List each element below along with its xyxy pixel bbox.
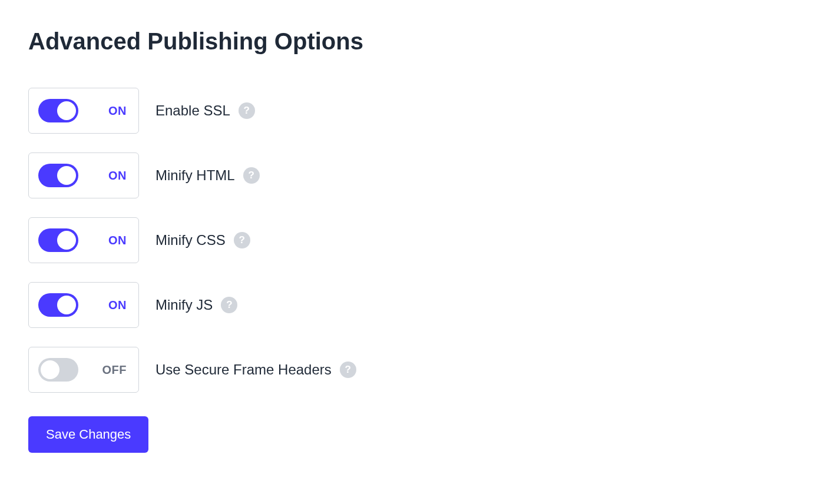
help-icon[interactable]: ? bbox=[243, 167, 260, 184]
option-label: Minify CSS bbox=[155, 232, 226, 248]
option-row-secure-frame-headers: OFF Use Secure Frame Headers ? bbox=[28, 347, 793, 393]
toggle-knob bbox=[57, 166, 76, 185]
option-label: Use Secure Frame Headers bbox=[155, 362, 332, 378]
help-icon[interactable]: ? bbox=[239, 102, 255, 119]
toggle-switch bbox=[38, 293, 78, 317]
option-label-group: Enable SSL ? bbox=[155, 102, 255, 119]
toggle-knob bbox=[57, 296, 76, 314]
toggle-switch bbox=[38, 99, 78, 122]
help-icon[interactable]: ? bbox=[221, 297, 237, 313]
option-row-minify-js: ON Minify JS ? bbox=[28, 282, 793, 328]
toggle-state-label: OFF bbox=[102, 363, 127, 377]
toggle-knob bbox=[57, 101, 76, 120]
options-list: ON Enable SSL ? ON Minify HTML ? ON Mini… bbox=[28, 88, 793, 393]
option-label: Minify JS bbox=[155, 297, 213, 313]
option-label-group: Minify HTML ? bbox=[155, 167, 260, 184]
toggle-switch bbox=[38, 164, 78, 187]
option-label: Minify HTML bbox=[155, 167, 235, 184]
toggle-knob bbox=[41, 360, 59, 379]
toggle-minify-js[interactable]: ON bbox=[28, 282, 139, 328]
toggle-knob bbox=[57, 231, 76, 250]
page-title: Advanced Publishing Options bbox=[28, 28, 793, 55]
toggle-minify-css[interactable]: ON bbox=[28, 217, 139, 263]
toggle-switch bbox=[38, 228, 78, 252]
toggle-enable-ssl[interactable]: ON bbox=[28, 88, 139, 134]
toggle-state-label: ON bbox=[108, 299, 127, 312]
save-changes-button[interactable]: Save Changes bbox=[28, 416, 148, 453]
option-label-group: Minify JS ? bbox=[155, 297, 237, 313]
option-label-group: Minify CSS ? bbox=[155, 232, 250, 248]
option-row-minify-html: ON Minify HTML ? bbox=[28, 152, 793, 198]
help-icon[interactable]: ? bbox=[234, 232, 250, 248]
toggle-state-label: ON bbox=[108, 169, 127, 183]
toggle-state-label: ON bbox=[108, 234, 127, 247]
toggle-minify-html[interactable]: ON bbox=[28, 152, 139, 198]
toggle-secure-frame-headers[interactable]: OFF bbox=[28, 347, 139, 393]
toggle-switch bbox=[38, 358, 78, 382]
help-icon[interactable]: ? bbox=[340, 362, 356, 378]
toggle-state-label: ON bbox=[108, 104, 127, 118]
option-row-enable-ssl: ON Enable SSL ? bbox=[28, 88, 793, 134]
option-row-minify-css: ON Minify CSS ? bbox=[28, 217, 793, 263]
option-label-group: Use Secure Frame Headers ? bbox=[155, 362, 356, 378]
option-label: Enable SSL bbox=[155, 102, 230, 119]
